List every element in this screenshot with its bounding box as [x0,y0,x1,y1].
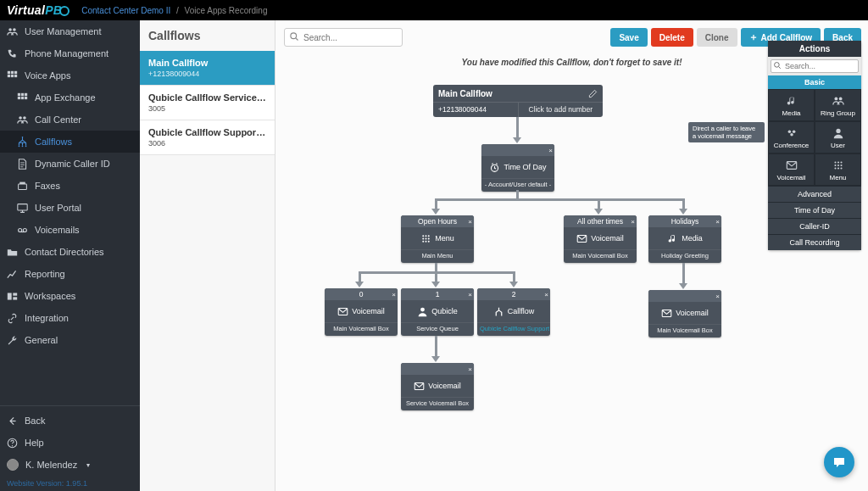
sidebar-item-contact-directories[interactable]: Contact Directories [0,241,140,263]
sidebar-item-app-exchange[interactable]: App Exchange [0,86,140,109]
vm-icon [17,225,28,236]
users-icon [17,114,28,126]
node-menu[interactable]: Open Hours× Menu Main Menu [401,215,474,263]
action-conference[interactable]: Conference [768,121,815,153]
clock-icon [489,162,500,173]
wrench-icon [7,335,18,346]
menu-icon [817,159,859,171]
node-media-holiday[interactable]: Holidays× Media Holiday Greeting [648,215,721,263]
sidebar-item-reporting[interactable]: Reporting [0,263,140,285]
doc-icon [17,159,28,170]
fax-icon [17,181,28,192]
action-section-caller-id[interactable]: Caller-ID [768,218,861,234]
tooltip-voicemail: Direct a caller to leave a voicemail mes… [688,122,765,142]
close-icon[interactable]: × [631,216,635,228]
logo-ring-icon [59,6,70,16]
close-icon[interactable]: × [468,216,472,228]
breadcrumb-link[interactable]: Contact Center Demo II [81,6,170,15]
action-voicemail[interactable]: Voicemail [768,153,815,186]
sidebar-user[interactable]: K. Melendez▾ [0,454,140,476]
breadcrumb: Contact Center Demo II / Voice Apps Reco… [81,6,267,15]
close-icon[interactable]: × [715,216,720,228]
folder-icon [7,247,18,258]
sidebar-item-callflows[interactable]: Callflows [0,131,140,153]
sidebar-item-user-management[interactable]: User Management [0,20,140,42]
chat-button[interactable] [824,447,854,477]
callflow-item[interactable]: Qubicle Callflow Service Qu...3005 [140,86,275,120]
sidebar-item-voice-apps[interactable]: Voice Apps [0,64,140,86]
close-icon[interactable]: × [544,289,548,301]
sidebar-item-dynamic-caller-id[interactable]: Dynamic Caller ID [0,153,140,175]
users-icon [7,26,18,37]
back-icon [7,416,18,427]
action-section-call-recording[interactable]: Call Recording [768,234,861,250]
sidebar-item-faxes[interactable]: Faxes [0,175,140,197]
close-icon[interactable]: × [548,145,553,157]
search-input[interactable] [284,28,403,47]
action-section-time-of-day[interactable]: Time of Day [768,202,861,218]
save-button[interactable]: Save [610,28,647,47]
plus-icon [749,33,758,42]
logo: VirtualPB [7,3,70,17]
node-callflow[interactable]: 2× Callflow Qubicle Callflow Support Que… [477,288,550,336]
grid-icon [7,70,18,81]
close-icon[interactable]: × [468,289,472,301]
user-icon [417,306,428,317]
sidebar-back[interactable]: Back [0,410,140,432]
monitor-icon [17,203,28,214]
avatar [7,459,19,471]
close-icon[interactable]: × [392,289,396,301]
node-voicemail-holiday[interactable]: × Voicemail Main Voicemail Box [648,290,721,338]
callflow-item[interactable]: Qubicle Callflow Support Qu...3006 [140,120,275,155]
conf-icon [771,127,812,139]
actions-title: Actions [768,41,861,57]
edit-icon[interactable] [588,89,598,98]
sidebar-item-integration[interactable]: Integration [0,307,140,329]
root-phone: +12138009044 [433,103,519,117]
note-icon [667,233,678,244]
flow-icon [17,137,28,148]
action-media[interactable]: Media [768,89,815,121]
callflow-item[interactable]: Main Callflow+12138009044 [140,51,275,86]
breadcrumb-current: Voice Apps Recording [185,6,268,15]
root-node[interactable]: Main Callflow +12138009044 Click to add … [433,85,603,117]
ws-icon [7,291,18,302]
sidebar-help[interactable]: Help [0,432,140,454]
node-time-of-day[interactable]: × Time Of Day - Account/User default - [481,144,554,192]
chevron-down-icon: ▾ [86,461,90,469]
sidebar-item-phone-management[interactable]: Phone Management [0,42,140,64]
mail-icon [414,381,425,392]
chat-icon [832,455,846,469]
sidebar-item-general[interactable]: General [0,329,140,351]
sidebar-item-call-center[interactable]: Call Center [0,109,140,131]
sidebar-item-user-portal[interactable]: User Portal [0,197,140,219]
close-icon[interactable]: × [715,291,720,303]
chart-icon [7,269,18,280]
node-voicemail-allother[interactable]: All other times× Voicemail Main Voicemai… [564,215,637,263]
note-icon [771,95,812,107]
sidebar-item-voicemails[interactable]: Voicemails [0,219,140,241]
node-voicemail-0[interactable]: 0× Voicemail Main Voicemail Box [325,288,398,336]
node-voicemail-service[interactable]: × Voicemail Service Voicemail Box [401,363,474,410]
add-number[interactable]: Click to add number [519,103,604,117]
action-user[interactable]: User [815,121,861,153]
keypad-icon [420,233,431,244]
clone-button[interactable]: Clone [697,28,737,47]
search-icon [289,31,299,42]
close-icon[interactable]: × [468,364,472,376]
actions-search-input[interactable] [771,59,859,73]
delete-button[interactable]: Delete [651,28,693,47]
node-qubicle[interactable]: 1× Qubicle Service Queue [401,288,474,336]
link-icon [7,313,18,324]
search-icon [773,61,782,70]
grid-icon [17,92,28,103]
help-icon [7,438,18,449]
action-ring-group[interactable]: Ring Group [815,89,861,121]
mail-icon [771,159,812,171]
action-section-advanced[interactable]: Advanced [768,186,861,202]
sidebar-item-workspaces[interactable]: Workspaces [0,285,140,307]
root-title: Main Callflow [438,89,492,98]
mail-icon [661,308,672,319]
action-menu[interactable]: Menu [815,153,861,186]
actions-section-basic[interactable]: Basic [768,75,861,89]
